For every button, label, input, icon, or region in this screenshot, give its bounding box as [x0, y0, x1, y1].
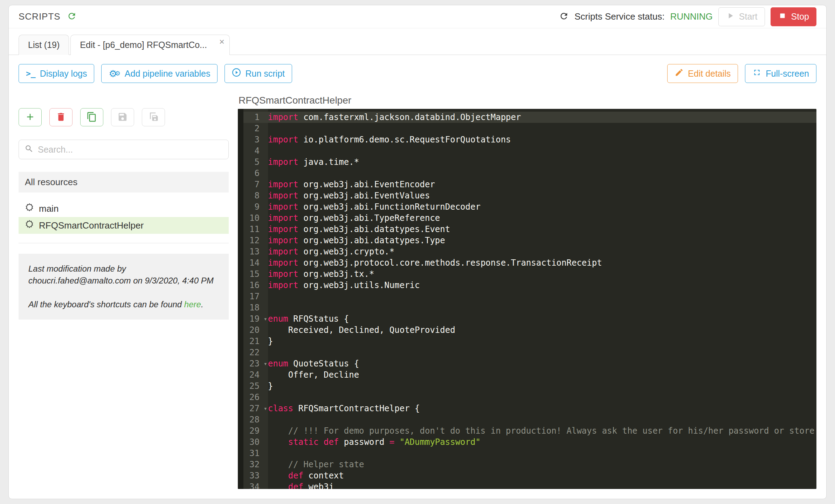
fold-arrow-icon[interactable]: ▾ [264, 313, 267, 324]
line-number: 30 [243, 436, 268, 448]
line-number: 34 [243, 481, 268, 489]
search-input[interactable] [38, 145, 223, 155]
code-line[interactable]: 20 Received, Declined, QuoteProvided [243, 324, 816, 336]
code-line[interactable]: 21} [243, 336, 816, 347]
line-number: 33 [243, 470, 268, 481]
line-number: 22 [243, 347, 268, 358]
save-resource-button[interactable] [111, 108, 134, 126]
code-line[interactable]: 26 [243, 392, 816, 403]
run-script-button[interactable]: Run script [225, 64, 292, 83]
shortcuts-text-prefix: All the keyboard's shortcuts can be foun… [28, 300, 184, 309]
fold-arrow-icon[interactable]: ▾ [264, 403, 267, 414]
tab-list[interactable]: List (19) [19, 35, 69, 55]
code-line[interactable]: 12import org.web3j.abi.datatypes.Type [243, 235, 816, 246]
code-line[interactable]: 7import org.web3j.abi.EventEncoder [243, 179, 816, 190]
duplicate-resource-button[interactable] [80, 108, 103, 126]
code-line[interactable]: 5import java.time.* [243, 156, 816, 168]
line-number: 32 [243, 459, 268, 470]
line-number: 31 [243, 448, 268, 459]
code-line[interactable]: 34 def web3j [243, 481, 816, 489]
code-line[interactable]: 15import org.web3j.tx.* [243, 268, 816, 280]
start-button-label: Start [739, 12, 758, 22]
line-number: 3 [243, 134, 268, 145]
line-number: 25 [243, 380, 268, 392]
all-resources-header: All resources [19, 172, 229, 192]
line-number: 7 [243, 179, 268, 190]
code-text: import org.web3j.abi.FunctionReturnDecod… [268, 201, 481, 212]
code-text: import org.web3j.tx.* [268, 268, 374, 280]
script-toolbar: >_ Display logs ⚙⚙ Add pipeline variable… [9, 55, 826, 92]
line-number: 28 [243, 414, 268, 425]
resource-actions [19, 108, 229, 126]
resource-item-rfqsmartcontracthelper[interactable]: RFQSmartContractHelper [19, 217, 229, 234]
save-all-button[interactable] [142, 108, 165, 126]
code-line[interactable]: 25} [243, 380, 816, 392]
code-text: class RFQSmartContractHelper { [268, 403, 420, 414]
code-line[interactable]: 33 def context [243, 470, 816, 481]
code-text: } [268, 336, 273, 347]
search-icon [25, 144, 34, 155]
add-resource-button[interactable] [19, 108, 42, 126]
line-number: 11 [243, 224, 268, 235]
line-number: 10 [243, 212, 268, 224]
refresh-scripts-button[interactable] [67, 11, 77, 22]
code-line[interactable]: 9import org.web3j.abi.FunctionReturnDeco… [243, 201, 816, 212]
code-line[interactable]: 18 [243, 302, 816, 313]
code-text: enum RFQStatus { [268, 313, 349, 324]
code-line[interactable]: 10import org.web3j.abi.TypeReference [243, 212, 816, 224]
shortcuts-link[interactable]: here [184, 300, 201, 309]
code-line[interactable]: 11import org.web3j.abi.datatypes.Event [243, 224, 816, 235]
fold-arrow-icon[interactable]: ▾ [264, 358, 267, 369]
resource-item-main[interactable]: main [19, 200, 229, 217]
code-line[interactable]: 4 [243, 145, 816, 156]
line-number: 16 [243, 280, 268, 291]
code-line[interactable]: 29 // !!! For demo purposes, don't do th… [243, 425, 816, 436]
display-logs-button[interactable]: >_ Display logs [19, 64, 94, 83]
code-line[interactable]: 17 [243, 291, 816, 302]
save-all-icon [148, 112, 159, 123]
code-text: def web3j [268, 481, 334, 489]
refresh-status-button[interactable] [559, 11, 569, 22]
code-line[interactable]: 3import io.platform6.demo.sc.RequestForQ… [243, 134, 816, 145]
delete-resource-button[interactable] [49, 108, 73, 126]
code-line[interactable]: 2 [243, 123, 816, 134]
fullscreen-icon [752, 68, 761, 79]
code-text: import org.web3j.abi.TypeReference [268, 212, 440, 224]
close-icon[interactable]: × [219, 37, 225, 46]
line-number: 19▾ [243, 313, 268, 324]
code-editor[interactable]: 1import com.fasterxml.jackson.databind.O… [238, 109, 816, 489]
stop-service-button[interactable]: Stop [771, 7, 816, 26]
tab-edit-label: Edit - [p6_demo] RFQSmartCo... [80, 40, 207, 50]
line-number: 26 [243, 392, 268, 403]
code-line[interactable]: 32 // Helper state [243, 459, 816, 470]
code-line[interactable]: 22 [243, 347, 816, 358]
line-number: 18 [243, 302, 268, 313]
code-line[interactable]: 1import com.fasterxml.jackson.databind.O… [243, 112, 816, 123]
code-line[interactable]: 31 [243, 448, 816, 459]
line-number: 2 [243, 123, 268, 134]
edit-details-button[interactable]: Edit details [667, 64, 738, 83]
add-pipeline-variables-button[interactable]: ⚙⚙ Add pipeline variables [101, 64, 218, 83]
code-line[interactable]: 16import org.web3j.utils.Numeric [243, 280, 816, 291]
start-service-button[interactable]: Start [718, 7, 765, 26]
code-text: static def password = "ADummyPassword" [268, 436, 481, 448]
code-line[interactable]: 6 [243, 168, 816, 179]
line-number: 24 [243, 369, 268, 380]
code-line[interactable]: 27▾class RFQSmartContractHelper { [243, 403, 816, 414]
code-line[interactable]: 8import org.web3j.abi.EventValues [243, 190, 816, 201]
line-number: 6 [243, 168, 268, 179]
scripts-panel: SCRIPTS Scripts Service status: RUNNING … [8, 5, 827, 499]
code-line[interactable]: 19▾enum RFQStatus { [243, 313, 816, 324]
code-line[interactable]: 14import org.web3j.protocol.core.methods… [243, 257, 816, 268]
tab-edit-script[interactable]: Edit - [p6_demo] RFQSmartCo... × [70, 35, 230, 55]
code-line[interactable]: 28 [243, 414, 816, 425]
code-line[interactable]: 23▾enum QuoteStatus { [243, 358, 816, 369]
full-screen-button[interactable]: Full-screen [745, 64, 816, 83]
code-line[interactable]: 13import org.web3j.crypto.* [243, 246, 816, 257]
code-line[interactable]: 30 static def password = "ADummyPassword… [243, 436, 816, 448]
save-icon [117, 112, 128, 123]
code-line[interactable]: 24 Offer, Decline [243, 369, 816, 380]
content-area: All resources main RFQSmartContractHelpe… [9, 92, 826, 499]
shortcuts-text-suffix: . [201, 300, 203, 309]
page-title: SCRIPTS [19, 11, 61, 22]
